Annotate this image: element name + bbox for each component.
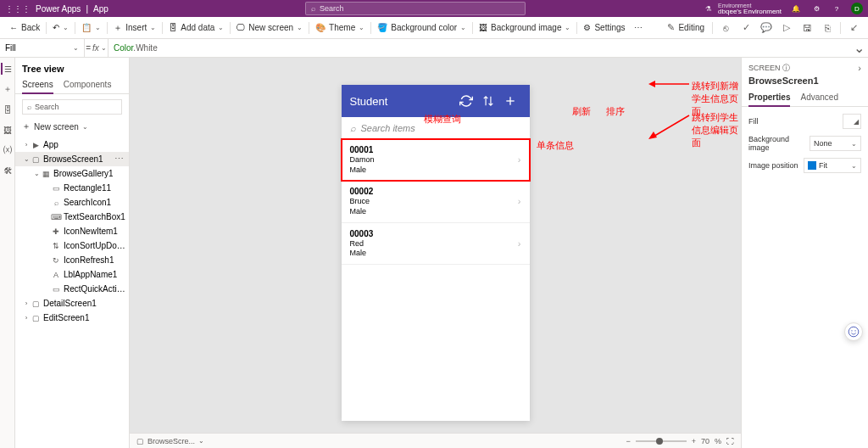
info-icon[interactable]: ⓘ <box>782 64 790 72</box>
notifications-icon[interactable]: 🔔 <box>790 5 802 13</box>
zoom-out-button[interactable]: − <box>626 437 630 445</box>
tree-item-searchicon1[interactable]: ⌕SearchIcon1 <box>15 195 129 210</box>
record-gender: Male <box>350 249 518 259</box>
back-button[interactable]: ←Back <box>5 17 44 38</box>
tree-item-browsescreen1[interactable]: ⌄▢BrowseScreen1⋯ <box>15 152 129 166</box>
app-checker-button[interactable]: ✓ <box>737 19 755 37</box>
save-button[interactable]: 🖫 <box>798 19 816 37</box>
fill-color-picker[interactable]: ◢ <box>843 114 861 129</box>
gallery-item[interactable]: 00003RedMale› <box>342 223 530 265</box>
header-search-input[interactable]: ⌕ Search <box>305 2 526 15</box>
formula-member: .White <box>133 43 157 53</box>
tab-components[interactable]: Components <box>64 76 112 93</box>
header-search-placeholder: Search <box>320 4 344 13</box>
chevron-right-icon[interactable]: › <box>518 238 521 249</box>
refresh-icon[interactable] <box>455 90 477 112</box>
tree-item-iconnewitem1[interactable]: ✚IconNewItem1 <box>15 224 129 238</box>
chevron-right-icon[interactable]: › <box>518 195 521 207</box>
tab-properties[interactable]: Properties <box>748 89 790 107</box>
tree-node-icon: ⇅ <box>51 241 61 251</box>
tree-search-input[interactable]: ⌕ Search <box>22 99 122 115</box>
annotation-new-student: 跳转到新增学生信息页面 <box>692 80 741 118</box>
bg-image-dropdown[interactable]: None⌄ <box>810 136 861 151</box>
chevron-icon[interactable]: › <box>22 300 31 307</box>
more-button[interactable]: ⋯ <box>630 17 647 38</box>
app-canvas[interactable]: Student ⌕ Search items 00001DamonMale›00… <box>342 85 530 421</box>
bg-color-button[interactable]: 🪣Background color⌄ <box>373 17 470 38</box>
search-icon: ⌕ <box>311 4 315 13</box>
tree-item-lblappname1[interactable]: ALblAppName1 <box>15 267 129 282</box>
chevron-icon[interactable]: › <box>22 141 31 148</box>
theme-button[interactable]: 🎨Theme⌄ <box>311 17 369 38</box>
bg-image-label: Background image <box>491 23 561 32</box>
fit-to-screen-button[interactable]: ⛶ <box>726 437 734 445</box>
tab-advanced[interactable]: Advanced <box>800 89 837 106</box>
screen-icon: 🖵 <box>236 23 245 32</box>
chevron-icon[interactable]: ⌄ <box>22 155 31 163</box>
add-icon[interactable] <box>499 90 521 112</box>
rail-data-icon[interactable]: 🗄 <box>2 104 14 115</box>
tree-item-iconrefresh1[interactable]: ↻IconRefresh1 <box>15 253 129 267</box>
tree-item-iconsortupdown1[interactable]: ⇅IconSortUpDown1 <box>15 238 129 253</box>
chevron-right-icon[interactable]: › <box>858 63 861 73</box>
prop-fill-label: Fill <box>748 117 759 126</box>
rail-insert-icon[interactable]: ＋ <box>2 83 14 95</box>
record-id: 00001 <box>350 144 518 155</box>
environment-picker[interactable]: ⚗ Environment dbqee's Environment <box>702 3 782 15</box>
bg-image-button[interactable]: 🖼Background image⌄ <box>475 17 575 38</box>
settings-icon[interactable]: ⚙ <box>810 5 822 13</box>
help-icon[interactable]: ? <box>831 5 843 13</box>
tree-item-browsegallery1[interactable]: ⌄▦BrowseGallery1 <box>15 166 129 181</box>
publish-button[interactable]: ⎘ <box>818 19 837 37</box>
tree-item-rectquickactionbar1[interactable]: ▭RectQuickActionBar1 <box>15 282 129 296</box>
app-search-input[interactable]: ⌕ Search items <box>342 117 530 139</box>
tree-item-detailscreen1[interactable]: ›▢DetailScreen1 <box>15 296 129 311</box>
rail-tree-icon[interactable]: ☰ <box>1 63 13 75</box>
editing-mode-button[interactable]: ✎Editing <box>663 22 709 33</box>
svg-point-7 <box>851 330 852 331</box>
chevron-right-icon[interactable]: › <box>518 154 521 165</box>
formula-input[interactable]: Color.White <box>108 43 849 53</box>
image-position-dropdown[interactable]: Fit⌄ <box>804 158 861 173</box>
zoom-in-button[interactable]: + <box>692 437 696 445</box>
chevron-icon[interactable]: ⌄ <box>32 170 41 177</box>
tree-item-app[interactable]: ›▶App <box>15 137 129 152</box>
property-selector[interactable]: Fill ⌄ <box>0 39 85 57</box>
insert-label: Insert <box>125 23 147 32</box>
rail-media-icon[interactable]: 🖼 <box>2 124 14 136</box>
new-screen-button[interactable]: 🖵New screen⌄ <box>232 17 307 38</box>
tree-node-icon: ▢ <box>31 299 41 309</box>
tree-item-rectangle11[interactable]: ▭Rectangle11 <box>15 181 129 195</box>
tab-screens[interactable]: Screens <box>22 76 53 94</box>
pencil-icon: ✎ <box>667 22 675 33</box>
gallery-item[interactable]: 00002BruceMale› <box>342 181 530 222</box>
preview-button[interactable]: ▷ <box>777 19 796 37</box>
undo-icon: ↶ <box>53 23 59 32</box>
formula-expand-button[interactable]: ⌄ <box>849 40 868 56</box>
record-name: Red <box>350 239 518 249</box>
settings-button[interactable]: ⚙Settings <box>579 17 629 38</box>
tree-node-label: BrowseGallery1 <box>53 169 125 178</box>
tree-item-editscreen1[interactable]: ›▢EditScreen1 <box>15 311 129 325</box>
add-data-button[interactable]: 🗄Add data⌄ <box>164 17 228 38</box>
tree-new-screen-button[interactable]: ＋ New screen ⌄ <box>15 117 129 136</box>
insert-button[interactable]: ＋Insert⌄ <box>109 17 160 38</box>
gallery-item[interactable]: 00001DamonMale› <box>342 139 530 181</box>
tree-item-textsearchbox1[interactable]: ⌨TextSearchBox1 <box>15 210 129 224</box>
virtual-agent-button[interactable] <box>844 322 863 341</box>
avatar[interactable]: D <box>851 3 863 14</box>
tree-search-placeholder: Search <box>35 103 59 111</box>
paste-button[interactable]: 📋⌄ <box>77 17 105 38</box>
sort-icon[interactable] <box>477 90 499 112</box>
share-button[interactable]: ⎋ <box>716 19 735 37</box>
undo-button[interactable]: ↶⌄ <box>48 17 73 38</box>
more-icon[interactable]: ⋯ <box>113 154 125 165</box>
comments-button[interactable]: 💬 <box>757 19 776 37</box>
breadcrumb[interactable]: ▢ BrowseScre... ⌄ <box>136 437 204 445</box>
rail-variables-icon[interactable]: ⒳ <box>2 144 14 156</box>
expand-button[interactable]: ↙ <box>844 19 863 37</box>
waffle-icon[interactable]: ⋮⋮⋮ <box>5 4 31 14</box>
rail-advanced-icon[interactable]: 🛠 <box>2 165 14 176</box>
zoom-slider[interactable] <box>636 440 687 442</box>
chevron-icon[interactable]: › <box>22 314 31 322</box>
